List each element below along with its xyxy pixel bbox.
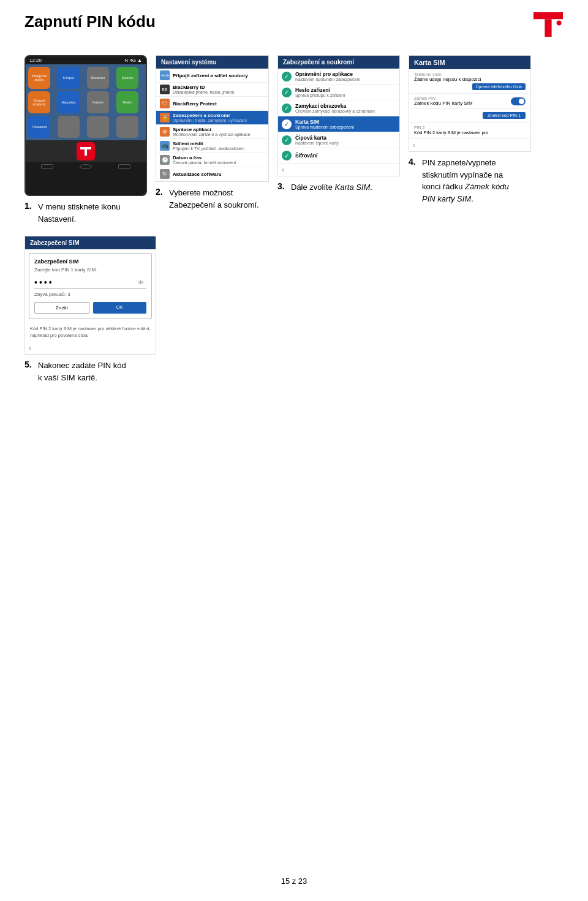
- steps-row-2: Zabezpečení SIM Zabezpečení SIM Zadejte …: [24, 236, 564, 383]
- step-2-label: 2. Vyberete možnost Zabezpečení a soukro…: [156, 187, 261, 211]
- phone-nav-bar: [26, 162, 146, 171]
- item-security-main: Zabezpečení a soukromí: [173, 113, 247, 118]
- s3-item-2-sub: Chování zamykací obrazovky a oznámení: [295, 109, 375, 113]
- screen3-item-5: ✓ Šifrování: [278, 148, 399, 164]
- item-datetime-sub: Časová pásma, formát zobrazení: [173, 160, 236, 165]
- screen3-item-sim[interactable]: ✓ Karta SIM Správa nastavení zabezpečení: [278, 116, 399, 132]
- app-icon-4[interactable]: Správce: [116, 67, 138, 89]
- pin2-label: PIN 2: [414, 126, 526, 130]
- app-icon-7[interactable]: Asistent: [87, 91, 109, 113]
- pin-dots[interactable]: ••••: [34, 277, 54, 287]
- nav-back[interactable]: [41, 164, 53, 169]
- screen4-nav[interactable]: ‹: [409, 139, 530, 151]
- item-update-main: Aktualizace softwaru: [173, 172, 222, 177]
- item-security-sub: Oprávnění, hesla, zamykání, vymazání: [173, 118, 247, 123]
- check-icon-1: ✓: [282, 88, 292, 97]
- check-icon-0: ✓: [282, 72, 292, 81]
- screen3-nav[interactable]: ‹: [278, 164, 399, 176]
- step-4-text: PIN zapnete/vypnete stisknutím vypínače …: [422, 157, 514, 205]
- phone-status-bar: 12:20 N 4G ▲: [26, 56, 146, 64]
- pin-toggle-row: Zámek PIN Zámek kódu PIN karty SIM: [409, 94, 530, 109]
- pin-toggle[interactable]: [511, 97, 526, 105]
- step-3-label: 3. Dále zvolíte Karta SIM.: [277, 181, 372, 194]
- s3-item-sim-sub: Správa nastavení zabezpečení: [295, 125, 354, 129]
- nav-home[interactable]: [80, 164, 92, 169]
- step-5-label: 5. Nakonec zadáte PIN kód k vaší SIM kar…: [24, 360, 130, 383]
- dialog-subtitle: Zadejte kód PIN 1 karty SIM.: [34, 267, 146, 273]
- screen3-item-4: ✓ Čipová karta Nastavení čipové karty: [278, 132, 399, 148]
- page-number: 15 z 23: [281, 876, 307, 886]
- dock-app-1[interactable]: [77, 142, 95, 160]
- cancel-button[interactable]: Zrušit: [34, 302, 89, 314]
- pin2-section: PIN 2 Kód PIN 2 karty SIM je nastaven pr…: [409, 123, 530, 139]
- step-2-text: Vyberete možnost Zabezpečení a soukromí.: [169, 187, 261, 211]
- svg-rect-4: [80, 147, 91, 149]
- screen-1-phone: 12:20 N 4G ▲ Inteligentní značky Kompas …: [24, 55, 147, 196]
- step-4-label: 4. PIN zapnete/vypnete stisknutím vypína…: [409, 157, 514, 205]
- nav-recent[interactable]: [118, 164, 130, 169]
- phone-dock: [26, 140, 146, 162]
- svg-point-2: [557, 13, 562, 18]
- screen5-nav[interactable]: ‹: [25, 342, 156, 354]
- screen2-item-protect: 🛡 BlackBerry Protect: [156, 97, 268, 111]
- page-header: Zapnutí PIN kódu: [24, 12, 564, 37]
- screen2-item-apps: ⚙ Správce aplikací Monitorování zařízení…: [156, 125, 268, 139]
- item-datetime-main: Datum a čas: [173, 155, 236, 160]
- edit-phone-btn[interactable]: Úprava telefonního čísla: [472, 83, 526, 90]
- step-3-number: 3.: [277, 181, 288, 191]
- screen5-footer-text: Kód PIN 2 karty SIM je nastaven pro někt…: [25, 323, 156, 342]
- screen2-item-update: ↻ Aktualizace softwaru: [156, 167, 268, 181]
- screen-5-pin-dialog: Zabezpečení SIM Zabezpečení SIM Zadejte …: [24, 236, 156, 355]
- phone-number-label: Telefonní číslo: [414, 72, 526, 77]
- screen2-header: Nastavení systému: [156, 56, 268, 69]
- change-pin-btn[interactable]: Změnit kód PIN 1: [483, 112, 526, 119]
- telekom-t-icon: [533, 12, 564, 37]
- page-title: Zapnutí PIN kódu: [24, 12, 156, 31]
- svg-rect-5: [85, 149, 87, 156]
- item-apps-main: Správce aplikací: [173, 127, 250, 132]
- app-icon-11: [87, 116, 109, 138]
- screen3-item-2: ✓ Zamykací obrazovka Chování zamykací ob…: [278, 100, 399, 116]
- step-3-text: Dále zvolíte Karta SIM.: [291, 181, 372, 194]
- eye-icon[interactable]: 👁: [138, 279, 146, 286]
- item-apps-sub: Monitorování zařízení a výchozí aplikace: [173, 132, 250, 137]
- change-pin-section: Změnit kód PIN 1: [409, 109, 530, 123]
- s3-item-0-sub: Nastavení oprávnění zabezpečení: [295, 77, 360, 81]
- app-icon-5[interactable]: Výukové programy: [28, 91, 50, 113]
- check-icon-sim: ✓: [282, 119, 292, 129]
- screen2-item-security[interactable]: 🔒 Zabezpečení a soukromí Oprávnění, hesl…: [156, 111, 268, 125]
- screen2-item-0: ⟺ Připojit zařízení a sdílet soubory: [156, 69, 268, 83]
- clock-icon: 🕐: [160, 155, 170, 165]
- app-icon-10: [58, 116, 80, 138]
- s3-item-1-main: Heslo zařízení: [295, 87, 345, 93]
- screen2-item-media: 📺 Sdílení médií Připojení k TV, počítači…: [156, 139, 268, 153]
- media-icon: 📺: [160, 141, 170, 151]
- screen3-item-1: ✓ Heslo zařízení Správa přístupu k zaříz…: [278, 85, 399, 100]
- app-icon-6[interactable]: Nápověda: [58, 91, 80, 113]
- app-icon-8[interactable]: Telefon: [116, 91, 138, 113]
- item-media-main: Sdílení médií: [173, 141, 244, 146]
- pin-toggle-label: Zámek PIN Zámek kódu PIN karty SIM: [414, 96, 473, 106]
- share-icon: ⟺: [160, 70, 170, 80]
- s3-item-sim-main: Karta SIM: [295, 119, 354, 125]
- phone-app-grid: Inteligentní značky Kompas Nastavení Spr…: [26, 64, 146, 140]
- s3-item-1-sub: Správa přístupu k zařízení: [295, 93, 345, 97]
- lock-icon: 🔒: [160, 113, 170, 123]
- check-icon-2: ✓: [282, 104, 292, 113]
- screen2-item-blackberry-id: BB BlackBerry ID Uživatelské jméno, hesl…: [156, 83, 268, 97]
- status-icons: N 4G ▲: [124, 58, 142, 63]
- screen-2-settings: Nastavení systému ⟺ Připojit zařízení a …: [156, 55, 269, 182]
- step-5-text: Nakonec zadáte PIN kód k vaší SIM kartě.: [38, 360, 130, 383]
- app-icon-2[interactable]: Kompas: [58, 67, 80, 89]
- app-icon-9[interactable]: Fotoaparát: [28, 116, 50, 138]
- app-icon-nastaveni[interactable]: Nastavení: [87, 67, 109, 89]
- phone-number-section: Telefonní číslo Žádné údaje nejsou k dis…: [409, 69, 530, 94]
- item-media-sub: Připojení k TV, počítači, audiozařízení: [173, 146, 244, 151]
- toggle-text: Zámek kódu PIN karty SIM: [414, 100, 473, 106]
- app-icon-1[interactable]: Inteligentní značky: [28, 67, 50, 89]
- status-time: 12:20: [29, 58, 42, 63]
- protect-icon: 🛡: [160, 99, 170, 108]
- ok-button[interactable]: OK: [93, 302, 147, 314]
- screen5-header: Zabezpečení SIM: [25, 236, 156, 249]
- zamek-pin-label: Zámek PIN: [414, 96, 473, 100]
